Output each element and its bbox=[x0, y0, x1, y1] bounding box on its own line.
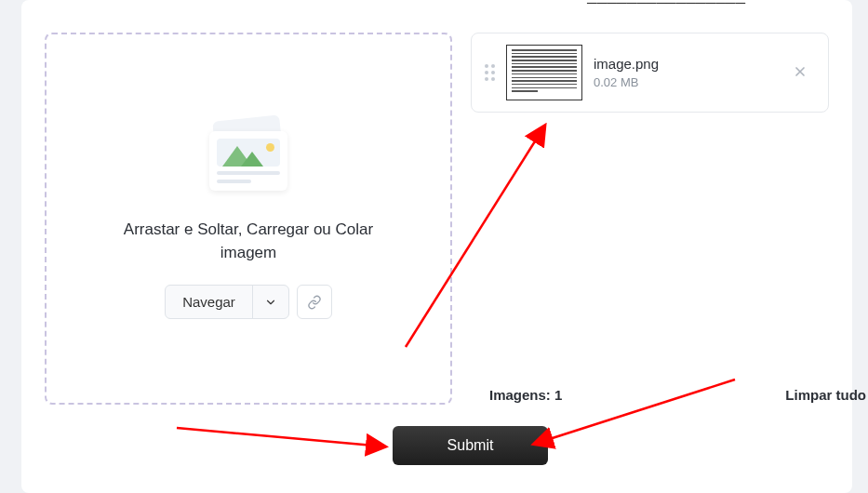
image-count: Imagens: 1 bbox=[489, 387, 562, 403]
file-info: image.png 0.02 MB bbox=[594, 56, 774, 89]
clear-all-button[interactable]: Limpar tudo bbox=[785, 387, 866, 403]
uploaded-files-column: image.png 0.02 MB bbox=[471, 33, 829, 405]
file-thumbnail bbox=[506, 45, 582, 100]
browse-dropdown-toggle[interactable] bbox=[253, 286, 288, 318]
file-size: 0.02 MB bbox=[594, 75, 774, 89]
file-card: image.png 0.02 MB bbox=[471, 33, 829, 113]
header-fragment: ──────────────── bbox=[587, 0, 745, 10]
dropzone-controls: Navegar bbox=[165, 285, 332, 319]
submit-button[interactable]: Submit bbox=[393, 426, 548, 465]
browse-button-group: Navegar bbox=[165, 285, 289, 319]
drag-handle-icon[interactable] bbox=[485, 64, 495, 81]
chevron-down-icon bbox=[264, 296, 277, 309]
file-name: image.png bbox=[594, 56, 774, 72]
image-placeholder-icon bbox=[193, 118, 304, 202]
browse-button[interactable]: Navegar bbox=[166, 286, 253, 318]
content-row: Arrastar e Soltar, Carregar ou Colar ima… bbox=[45, 33, 829, 405]
url-upload-button[interactable] bbox=[297, 285, 332, 319]
close-icon bbox=[793, 64, 808, 79]
link-icon bbox=[307, 295, 322, 310]
remove-file-button[interactable] bbox=[785, 59, 815, 87]
dropzone[interactable]: Arrastar e Soltar, Carregar ou Colar ima… bbox=[45, 33, 452, 405]
status-row: Imagens: 1 Limpar tudo bbox=[489, 387, 866, 403]
dropzone-instruction: Arrastar e Soltar, Carregar ou Colar ima… bbox=[109, 219, 388, 264]
upload-panel: ──────────────── Arrastar e Soltar, Carr… bbox=[21, 0, 852, 493]
